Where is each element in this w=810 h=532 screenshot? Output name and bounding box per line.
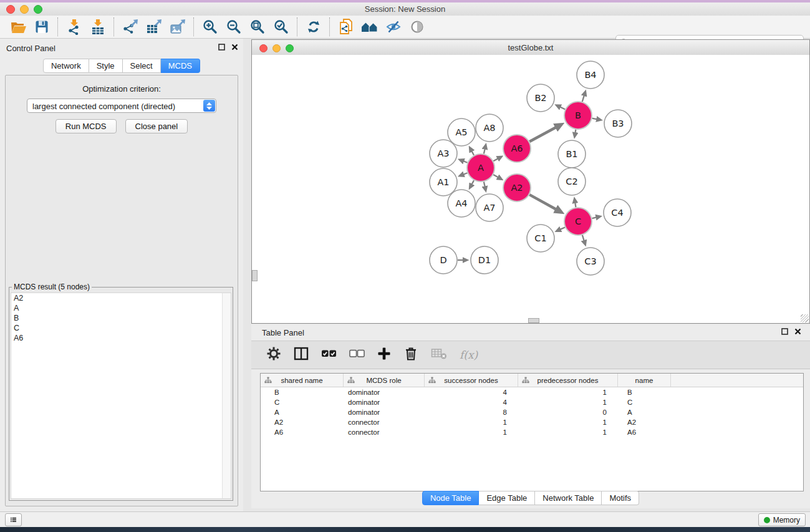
zoom-selected-button[interactable] [269,17,293,36]
table-cell[interactable]: 4 [425,397,518,407]
graph-edge-A-A2[interactable] [493,175,498,177]
table-row[interactable]: A6connector11A6 [261,427,803,437]
delete-column-button[interactable] [403,346,418,364]
result-scrollbar[interactable] [222,293,231,498]
graph-edge-C-C1[interactable] [561,227,565,229]
table-tab-network-table[interactable]: Network Table [535,491,602,505]
main-titlebar[interactable]: Session: New Session [0,2,810,16]
home-view-button[interactable] [358,17,382,36]
table-cell[interactable]: A2 [261,417,344,427]
tab-mcds[interactable]: MCDS [161,59,200,73]
table-cell[interactable]: 0 [518,407,618,417]
graph-edge-A-A3[interactable] [464,162,468,163]
graph-node-A6[interactable]: A6 [503,135,531,162]
zoom-in-button[interactable] [198,17,222,36]
clone-network-button[interactable] [334,17,358,36]
function-builder-button[interactable]: f(x) [460,349,478,361]
table-cell[interactable]: B [618,387,671,397]
mcds-result-item[interactable]: A [11,303,231,313]
table-cell[interactable]: A6 [261,427,344,437]
graph-node-B1[interactable]: B1 [558,140,586,168]
refresh-layout-button[interactable] [302,17,325,36]
table-cell[interactable]: dominator [344,397,425,407]
graph-node-A5[interactable]: A5 [448,118,475,146]
graph-node-B3[interactable]: B3 [604,110,632,137]
open-session-button[interactable] [6,17,30,36]
split-panel-button[interactable] [294,347,309,363]
graph-node-A1[interactable]: A1 [430,168,457,196]
table-cell[interactable]: A2 [618,417,671,427]
zoom-out-button[interactable] [222,17,246,36]
graph-node-B2[interactable]: B2 [527,84,554,112]
table-cell[interactable]: C [261,397,344,407]
graph-node-D1[interactable]: D1 [471,246,498,274]
graph-edge-B-B2[interactable] [561,107,565,109]
network-window-titlebar[interactable]: testGlobe.txt [252,40,809,56]
graph-node-A7[interactable]: A7 [476,194,503,221]
criterion-dropdown[interactable]: largest connected component (directed) [27,99,216,113]
column-header-shared-name[interactable]: shared name [261,374,344,387]
task-history-button[interactable] [5,513,22,526]
mcds-result-list[interactable]: A2ABCA6 [11,293,231,499]
table-settings-button[interactable] [266,346,281,364]
tab-style[interactable]: Style [89,59,123,73]
tab-network[interactable]: Network [43,59,89,73]
table-cell[interactable]: 1 [425,427,518,437]
column-header-successor-nodes[interactable]: successor nodes [425,374,518,387]
table-row[interactable]: Cdominator41C [261,397,803,407]
export-table-button[interactable] [142,17,166,36]
graph-node-A4[interactable]: A4 [448,190,475,217]
float-panel-icon[interactable] [218,44,225,51]
table-cell[interactable]: connector [344,427,425,437]
table-cell[interactable]: 1 [425,417,518,427]
graph-node-C[interactable]: C [564,208,592,235]
graph-node-A[interactable]: A [467,154,494,181]
table-cell[interactable]: dominator [344,387,425,397]
graph-edge-A2-C[interactable] [529,195,556,209]
graph-edge-B-B4[interactable] [582,95,584,102]
column-header-predecessor-nodes[interactable]: predecessor nodes [518,374,618,387]
select-all-button[interactable] [321,349,337,360]
graph-node-C4[interactable]: C4 [604,199,631,226]
graph-node-A2[interactable]: A2 [503,174,531,201]
table-cell[interactable]: 4 [425,387,518,397]
table-cell[interactable]: A [261,407,344,417]
mcds-result-item[interactable]: A6 [11,333,231,343]
export-network-button[interactable] [118,17,142,36]
graph-node-B4[interactable]: B4 [577,61,604,89]
table-tab-motifs[interactable]: Motifs [602,491,639,505]
zoom-fit-button[interactable] [246,17,269,36]
graph-node-D[interactable]: D [430,246,457,274]
graph-edge-A-A5[interactable] [472,152,474,155]
column-header-MCDS-role[interactable]: MCDS role [344,374,425,387]
column-header-name[interactable]: name [618,374,671,387]
graph-edge-B-B3[interactable] [592,118,597,119]
mcds-result-item[interactable]: B [11,313,231,323]
deselect-all-button[interactable] [349,349,365,360]
graph-edge-C-C2[interactable] [575,203,576,208]
import-table-button[interactable] [86,17,110,36]
graph-node-C3[interactable]: C3 [577,248,604,275]
graph-node-B[interactable]: B [564,102,592,129]
network-canvas[interactable]: B4B2BB3A5A8A6A3B1AA1C2A2A4A7CC4C1C3DD1 [252,55,809,323]
close-table-panel-icon[interactable] [794,328,801,335]
table-cell[interactable]: A [618,407,671,417]
import-network-button[interactable] [62,17,86,36]
graph-edge-A-A6[interactable] [493,158,498,161]
table-cell[interactable]: 1 [518,417,618,427]
float-table-panel-icon[interactable] [781,328,788,335]
table-cell[interactable]: dominator [344,407,425,417]
graph-edge-C-C4[interactable] [592,218,595,218]
delete-table-button[interactable] [431,347,447,362]
show-graphics-details-button[interactable] [405,17,429,36]
memory-button[interactable]: Memory [758,513,806,526]
network-graph[interactable]: B4B2BB3A5A8A6A3B1AA1C2A2A4A7CC4C1C3DD1 [252,55,809,323]
graph-node-A3[interactable]: A3 [430,140,457,167]
table-row[interactable]: A2connector11A2 [261,417,803,427]
mcds-result-item[interactable]: C [11,323,231,333]
table-cell[interactable]: 1 [518,397,618,407]
table-tab-node-table[interactable]: Node Table [422,491,480,505]
mcds-result-item[interactable]: A2 [11,293,231,303]
graph-edge-C-C3[interactable] [582,235,584,241]
table-row[interactable]: Bdominator41B [261,387,803,397]
